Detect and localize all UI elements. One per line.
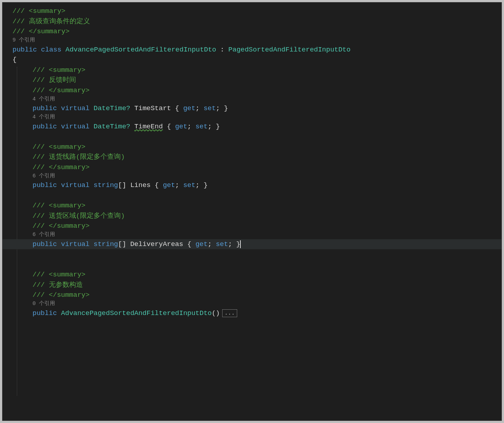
keyword-get: get [163,180,175,191]
keyword-set: set [204,103,216,114]
blank-line[interactable] [3,191,501,201]
keyword-get: get [175,122,187,132]
xml-doc-text: /// 反馈时间 [33,75,76,85]
xml-doc-text: /// 送货线路(限定多个查询) [33,152,125,162]
codelens-references[interactable]: 6 个引用 [3,231,501,239]
code-line[interactable]: /// 送货线路(限定多个查询) [3,152,501,162]
blank-line[interactable] [3,249,501,260]
constructor-name: AdvancePagedSortedAndFilteredInputDto [61,308,212,319]
code-line[interactable]: { [3,55,501,65]
codelens-references[interactable]: 4 个引用 [3,114,501,122]
property-name: Lines [130,180,151,191]
code-line[interactable]: public virtual DateTime? TimeStart { get… [3,103,501,114]
property-name: DeliveryAreas [130,239,183,250]
class-name: AdvancePagedSortedAndFilteredInputDto [65,45,216,55]
xml-doc-close: /// </summary> [33,221,90,231]
codelens-references[interactable]: 0 个引用 [3,300,501,308]
keyword-public: public [33,180,57,191]
xml-doc-close: /// </summary> [13,26,70,37]
codelens-references[interactable]: 6 个引用 [3,172,501,180]
keyword-public: public [13,45,37,55]
keyword-virtual: virtual [61,239,90,250]
code-line[interactable]: /// 无参数构造 [3,280,501,290]
xml-doc-open: /// <summary> [33,65,85,75]
keyword-string: string [94,239,118,250]
keyword-set: set [183,180,195,191]
code-line[interactable]: public AdvancePagedSortedAndFilteredInpu… [3,308,501,319]
xml-doc-text: /// 送货区域(限定多个查询) [33,211,125,221]
type-name: DateTime? [94,122,130,132]
text-caret [240,240,241,248]
blank-line[interactable] [3,132,501,142]
code-line[interactable]: /// </summary> [3,162,501,173]
xml-doc-close: /// </summary> [33,162,90,173]
keyword-set: set [195,122,208,132]
code-line[interactable]: public virtual DateTime? TimeEnd { get; … [3,122,501,132]
code-line-active[interactable]: public virtual string[] DeliveryAreas { … [3,239,501,250]
code-line[interactable]: /// <summary> [3,270,501,280]
keyword-public: public [33,122,57,132]
xml-doc-open: /// <summary> [33,142,85,152]
keyword-class: class [41,45,61,55]
keyword-public: public [33,239,57,250]
code-line[interactable]: /// </summary> [3,85,501,96]
code-line[interactable]: /// </summary> [3,221,501,231]
code-line[interactable]: /// <summary> [3,6,501,16]
xml-doc-open: /// <summary> [33,201,85,211]
type-name: DateTime? [94,103,130,114]
code-editor[interactable]: /// <summary> /// 高级查询条件的定义 /// </summar… [2,2,502,421]
code-line[interactable]: /// 高级查询条件的定义 [3,16,501,27]
keyword-public: public [33,308,57,319]
base-class-name: PagedSortedAndFilteredInputDto [228,45,350,55]
codelens-references[interactable]: 4 个引用 [3,95,501,103]
xml-doc-text: /// 高级查询条件的定义 [13,16,90,27]
code-line[interactable]: /// 送货区域(限定多个查询) [3,211,501,221]
keyword-virtual: virtual [61,122,90,132]
xml-doc-close: /// </summary> [33,290,90,300]
xml-doc-open: /// <summary> [13,6,65,16]
colon: : [216,45,228,55]
codelens-references[interactable]: 9 个引用 [3,37,501,45]
code-line[interactable]: /// 反馈时间 [3,75,501,85]
keyword-string: string [94,180,118,191]
xml-doc-text: /// 无参数构造 [33,280,83,290]
code-line[interactable]: /// <summary> [3,65,501,75]
code-line[interactable]: /// </summary> [3,26,501,37]
blank-line[interactable] [3,260,501,270]
property-name: TimeStart [134,103,171,114]
array-brackets: [] [118,239,126,250]
property-name: TimeEnd [134,122,163,132]
code-line[interactable]: /// <summary> [3,201,501,211]
code-line[interactable]: /// </summary> [3,290,501,300]
keyword-set: set [216,239,228,250]
xml-doc-close: /// </summary> [33,85,90,96]
keyword-get: get [183,103,195,114]
keyword-public: public [33,103,57,114]
code-line[interactable]: public virtual string[] Lines { get; set… [3,180,501,191]
keyword-virtual: virtual [61,180,90,191]
open-brace: { [13,55,16,65]
collapsed-region[interactable]: ... [222,309,238,317]
xml-doc-open: /// <summary> [33,270,85,280]
keyword-get: get [195,239,208,250]
code-line[interactable]: /// <summary> [3,142,501,152]
keyword-virtual: virtual [61,103,90,114]
code-line[interactable]: public class AdvancePagedSortedAndFilter… [3,45,501,55]
array-brackets: [] [118,180,126,191]
